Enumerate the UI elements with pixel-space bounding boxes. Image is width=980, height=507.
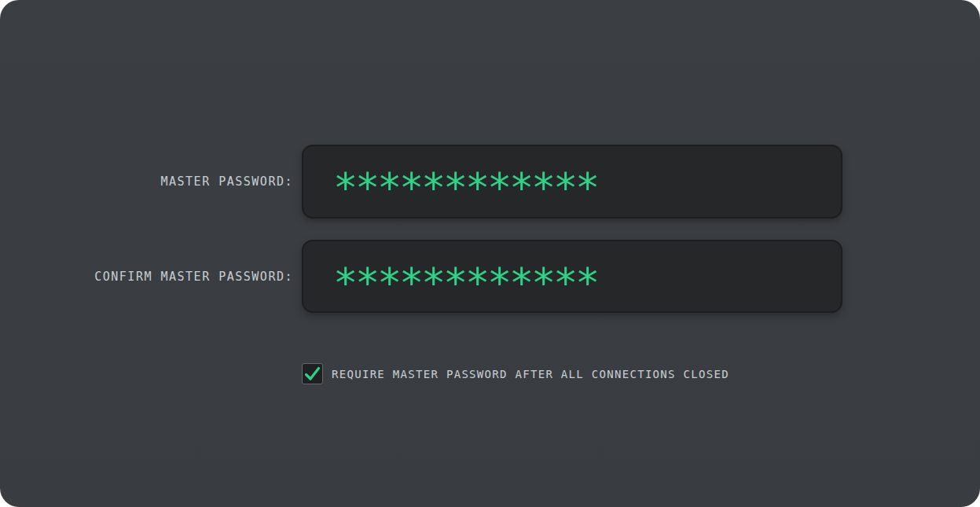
confirm-master-password-masked-text: ************ <box>333 259 597 307</box>
master-password-settings-panel: MASTER PASSWORD: ************ CONFIRM MA… <box>0 0 980 507</box>
require-master-password-label[interactable]: REQUIRE MASTER PASSWORD AFTER ALL CONNEC… <box>332 368 729 380</box>
require-master-password-checkbox[interactable] <box>302 363 323 384</box>
confirm-master-password-input[interactable]: ************ <box>302 240 842 313</box>
master-password-masked-text: ************ <box>333 164 597 211</box>
master-password-input[interactable]: ************ <box>302 145 842 219</box>
master-password-label: MASTER PASSWORD: <box>161 175 294 189</box>
checkmark-icon <box>303 365 321 383</box>
require-master-password-row: REQUIRE MASTER PASSWORD AFTER ALL CONNEC… <box>302 363 729 384</box>
confirm-master-password-label: CONFIRM MASTER PASSWORD: <box>94 270 293 284</box>
